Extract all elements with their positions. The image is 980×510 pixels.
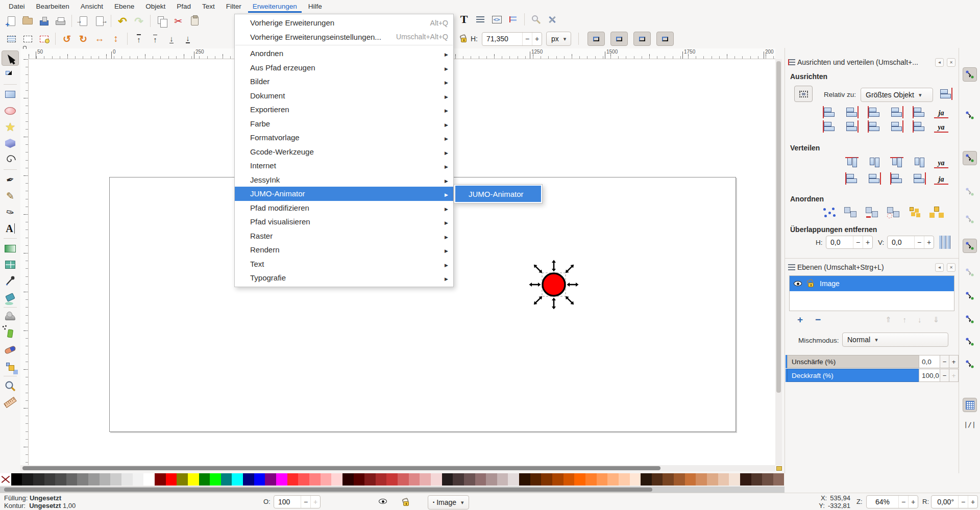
- panel-close-button[interactable]: [947, 58, 955, 67]
- menu-item-farbe[interactable]: Farbe: [235, 117, 453, 131]
- gradient-tool[interactable]: [2, 241, 19, 256]
- palette-swatch[interactable]: [530, 473, 542, 486]
- horizontal-scrollbar[interactable]: [20, 465, 775, 471]
- palette-swatch[interactable]: [55, 473, 66, 486]
- vertical-ruler[interactable]: [20, 59, 29, 465]
- palette-swatch[interactable]: [221, 473, 232, 486]
- flip-horizontal-icon[interactable]: ↔: [91, 32, 108, 46]
- lock-ratio-icon[interactable]: [461, 38, 467, 42]
- panel-close-button[interactable]: [947, 263, 955, 272]
- align-h-icon-4[interactable]: [912, 106, 927, 118]
- palette-swatch[interactable]: [541, 473, 552, 486]
- lower-to-bottom-icon[interactable]: ↓: [180, 32, 196, 46]
- palette-swatch[interactable]: [663, 473, 674, 486]
- ellipse-tool[interactable]: [2, 103, 19, 118]
- overlap-v-spinner[interactable]: 0,0 −+: [887, 236, 934, 249]
- palette-swatch[interactable]: [254, 473, 265, 486]
- overlap-v-decrement[interactable]: −: [914, 236, 924, 248]
- palette-swatch[interactable]: [11, 473, 22, 486]
- snap-toggle-7[interactable]: [963, 289, 977, 303]
- connector-tool[interactable]: [2, 359, 19, 374]
- open-file-icon[interactable]: [19, 14, 36, 28]
- overlap-v-increment[interactable]: +: [924, 236, 934, 248]
- palette-swatch[interactable]: [364, 473, 376, 486]
- layer-visibility-icon[interactable]: [794, 281, 802, 286]
- layers-dialog-icon[interactable]: [472, 12, 488, 27]
- panel-collapse-button[interactable]: [935, 58, 944, 67]
- palette-swatch[interactable]: [398, 473, 409, 486]
- layer-row[interactable]: Image: [790, 276, 954, 291]
- menu-item-bilder[interactable]: Bilder: [235, 74, 453, 89]
- add-layer-button[interactable]: +: [797, 314, 803, 325]
- palette-swatch[interactable]: [585, 473, 597, 486]
- palette-swatch[interactable]: [265, 473, 276, 486]
- color-managed-display-toggle[interactable]: [776, 466, 782, 471]
- palette-swatch[interactable]: [497, 473, 508, 486]
- layer-to-bottom-button[interactable]: ⇓: [933, 315, 940, 324]
- current-layer-dropdown[interactable]: • Image: [428, 495, 469, 509]
- blend-mode-dropdown[interactable]: Normal: [842, 333, 948, 347]
- star-tool[interactable]: ★: [2, 119, 19, 135]
- overlap-h-increment[interactable]: +: [863, 236, 872, 248]
- palette-scrollbar-thumb[interactable]: [4, 488, 652, 492]
- snap-toggle-6[interactable]: [963, 265, 977, 279]
- mesh-tool[interactable]: [2, 257, 19, 272]
- undo-icon[interactable]: ↶: [114, 14, 131, 28]
- unit-dropdown[interactable]: px: [546, 32, 571, 46]
- copy-icon[interactable]: [154, 14, 170, 28]
- layer-visibility-toggle[interactable]: [379, 499, 387, 504]
- relative-to-dropdown[interactable]: Größtes Objekt: [861, 88, 933, 102]
- distribute-v-icon-3[interactable]: [912, 172, 927, 185]
- object-opacity-decrement[interactable]: −: [301, 496, 310, 508]
- palette-swatch[interactable]: [166, 473, 177, 486]
- menu-filter[interactable]: Filter: [220, 1, 247, 12]
- blur-decrement[interactable]: −: [940, 355, 949, 368]
- menu-text[interactable]: Text: [197, 1, 220, 12]
- red-circle[interactable]: [543, 273, 565, 296]
- raise-to-top-icon[interactable]: ↑: [131, 32, 147, 46]
- menu-item-exportieren[interactable]: Exportieren: [235, 103, 453, 117]
- palette-swatch[interactable]: [564, 473, 575, 486]
- distribute-v-icon-2[interactable]: [889, 172, 904, 185]
- arrange-randomize-icon[interactable]: [929, 206, 943, 218]
- arrange-graph-layout-icon[interactable]: [822, 206, 836, 218]
- rectangle-tool[interactable]: [2, 87, 19, 102]
- distribute-v-text-icon[interactable]: [934, 172, 948, 185]
- box3d-tool[interactable]: [2, 136, 19, 151]
- vertical-scrollbar[interactable]: [775, 59, 782, 465]
- menu-erweiterungen[interactable]: Erweiterungen: [247, 1, 303, 12]
- treat-as-group-button[interactable]: [794, 86, 813, 102]
- paint-bucket-tool[interactable]: [2, 290, 19, 305]
- palette-swatch[interactable]: [486, 473, 497, 486]
- transform-pattern-toggle[interactable]: [656, 32, 674, 46]
- align-v-icon-4[interactable]: [912, 120, 927, 133]
- xml-editor-icon[interactable]: [488, 12, 505, 27]
- text-and-font-dialog-icon[interactable]: T: [456, 12, 472, 27]
- menu-datei[interactable]: Datei: [3, 1, 31, 12]
- palette-swatch[interactable]: [276, 473, 287, 486]
- palette-swatch[interactable]: [110, 473, 121, 486]
- arrange-exchange-rotate-icon[interactable]: [886, 206, 900, 218]
- align-v-icon-3[interactable]: [889, 120, 904, 133]
- select-all-icon[interactable]: [3, 32, 19, 46]
- palette-swatch[interactable]: [409, 473, 420, 486]
- align-h-icon-1[interactable]: [844, 106, 860, 118]
- palette-swatch[interactable]: [309, 473, 321, 486]
- redo-icon[interactable]: ↷: [131, 14, 147, 28]
- rotate-ccw-icon[interactable]: ↺: [59, 32, 75, 46]
- palette-swatch[interactable]: [321, 473, 332, 486]
- palette-swatch[interactable]: [508, 473, 519, 486]
- distribute-v-icon-0[interactable]: [844, 172, 860, 185]
- palette-swatch[interactable]: [729, 473, 740, 486]
- overlap-h-decrement[interactable]: −: [853, 236, 863, 248]
- palette-swatch[interactable]: [44, 473, 56, 486]
- menu-pfad[interactable]: Pfad: [171, 1, 197, 12]
- palette-swatch[interactable]: [177, 473, 188, 486]
- height-increment[interactable]: +: [532, 33, 542, 45]
- distribute-h-icon-1[interactable]: [867, 156, 882, 168]
- palette-swatch[interactable]: [155, 473, 166, 486]
- rotation-value[interactable]: 0,00°: [932, 498, 958, 506]
- calligraphy-tool[interactable]: ✑: [2, 205, 19, 220]
- palette-swatch[interactable]: [121, 473, 133, 486]
- palette-swatch[interactable]: [464, 473, 475, 486]
